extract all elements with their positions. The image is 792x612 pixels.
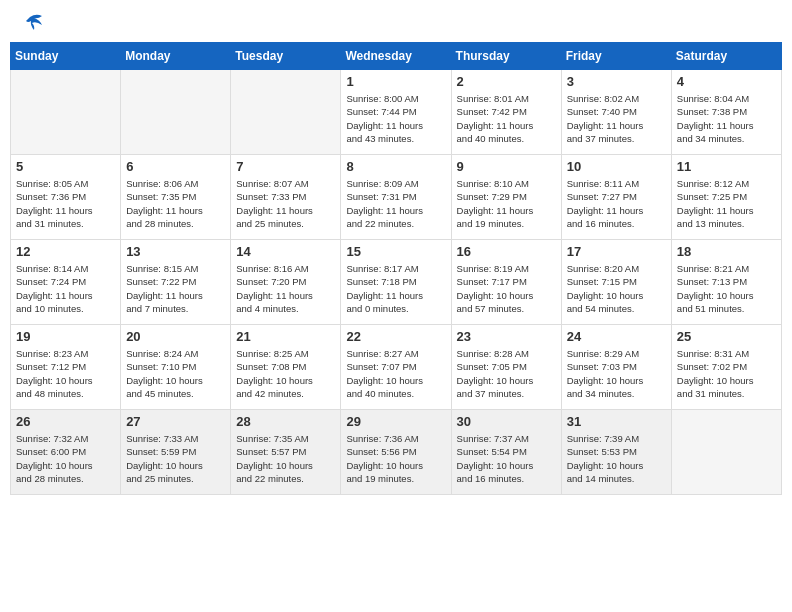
- day-number: 7: [236, 159, 335, 174]
- calendar-cell: 25Sunrise: 8:31 AMSunset: 7:02 PMDayligh…: [671, 325, 781, 410]
- logo-bird-icon: [22, 11, 44, 33]
- day-info: Sunrise: 7:35 AMSunset: 5:57 PMDaylight:…: [236, 432, 335, 485]
- day-info: Sunrise: 8:31 AMSunset: 7:02 PMDaylight:…: [677, 347, 776, 400]
- day-number: 9: [457, 159, 556, 174]
- day-info: Sunrise: 8:00 AMSunset: 7:44 PMDaylight:…: [346, 92, 445, 145]
- calendar-cell: 5Sunrise: 8:05 AMSunset: 7:36 PMDaylight…: [11, 155, 121, 240]
- day-info: Sunrise: 8:01 AMSunset: 7:42 PMDaylight:…: [457, 92, 556, 145]
- day-info: Sunrise: 7:39 AMSunset: 5:53 PMDaylight:…: [567, 432, 666, 485]
- day-number: 25: [677, 329, 776, 344]
- day-info: Sunrise: 8:17 AMSunset: 7:18 PMDaylight:…: [346, 262, 445, 315]
- calendar-cell: 26Sunrise: 7:32 AMSunset: 6:00 PMDayligh…: [11, 410, 121, 495]
- day-info: Sunrise: 8:10 AMSunset: 7:29 PMDaylight:…: [457, 177, 556, 230]
- day-info: Sunrise: 8:23 AMSunset: 7:12 PMDaylight:…: [16, 347, 115, 400]
- calendar-cell: 1Sunrise: 8:00 AMSunset: 7:44 PMDaylight…: [341, 70, 451, 155]
- weekday-header-sunday: Sunday: [11, 43, 121, 70]
- calendar-cell: [231, 70, 341, 155]
- day-info: Sunrise: 8:14 AMSunset: 7:24 PMDaylight:…: [16, 262, 115, 315]
- calendar-cell: 15Sunrise: 8:17 AMSunset: 7:18 PMDayligh…: [341, 240, 451, 325]
- calendar-cell: 31Sunrise: 7:39 AMSunset: 5:53 PMDayligh…: [561, 410, 671, 495]
- logo: [20, 15, 44, 27]
- calendar-cell: 4Sunrise: 8:04 AMSunset: 7:38 PMDaylight…: [671, 70, 781, 155]
- day-info: Sunrise: 7:32 AMSunset: 6:00 PMDaylight:…: [16, 432, 115, 485]
- calendar-cell: 30Sunrise: 7:37 AMSunset: 5:54 PMDayligh…: [451, 410, 561, 495]
- day-number: 30: [457, 414, 556, 429]
- calendar-cell: 24Sunrise: 8:29 AMSunset: 7:03 PMDayligh…: [561, 325, 671, 410]
- day-number: 24: [567, 329, 666, 344]
- day-info: Sunrise: 8:11 AMSunset: 7:27 PMDaylight:…: [567, 177, 666, 230]
- day-info: Sunrise: 8:07 AMSunset: 7:33 PMDaylight:…: [236, 177, 335, 230]
- weekday-header-saturday: Saturday: [671, 43, 781, 70]
- calendar-cell: 29Sunrise: 7:36 AMSunset: 5:56 PMDayligh…: [341, 410, 451, 495]
- calendar-cell: 14Sunrise: 8:16 AMSunset: 7:20 PMDayligh…: [231, 240, 341, 325]
- day-number: 21: [236, 329, 335, 344]
- day-info: Sunrise: 8:06 AMSunset: 7:35 PMDaylight:…: [126, 177, 225, 230]
- day-number: 12: [16, 244, 115, 259]
- day-number: 2: [457, 74, 556, 89]
- day-number: 26: [16, 414, 115, 429]
- day-info: Sunrise: 8:15 AMSunset: 7:22 PMDaylight:…: [126, 262, 225, 315]
- day-number: 11: [677, 159, 776, 174]
- calendar-cell: 20Sunrise: 8:24 AMSunset: 7:10 PMDayligh…: [121, 325, 231, 410]
- calendar-cell: 12Sunrise: 8:14 AMSunset: 7:24 PMDayligh…: [11, 240, 121, 325]
- day-number: 19: [16, 329, 115, 344]
- calendar-cell: 17Sunrise: 8:20 AMSunset: 7:15 PMDayligh…: [561, 240, 671, 325]
- week-row-4: 19Sunrise: 8:23 AMSunset: 7:12 PMDayligh…: [11, 325, 782, 410]
- day-info: Sunrise: 7:37 AMSunset: 5:54 PMDaylight:…: [457, 432, 556, 485]
- day-number: 17: [567, 244, 666, 259]
- calendar-cell: 7Sunrise: 8:07 AMSunset: 7:33 PMDaylight…: [231, 155, 341, 240]
- day-number: 28: [236, 414, 335, 429]
- day-info: Sunrise: 7:33 AMSunset: 5:59 PMDaylight:…: [126, 432, 225, 485]
- day-number: 4: [677, 74, 776, 89]
- day-info: Sunrise: 8:20 AMSunset: 7:15 PMDaylight:…: [567, 262, 666, 315]
- day-info: Sunrise: 8:25 AMSunset: 7:08 PMDaylight:…: [236, 347, 335, 400]
- weekday-header-row: SundayMondayTuesdayWednesdayThursdayFrid…: [11, 43, 782, 70]
- day-info: Sunrise: 8:05 AMSunset: 7:36 PMDaylight:…: [16, 177, 115, 230]
- calendar-cell: 19Sunrise: 8:23 AMSunset: 7:12 PMDayligh…: [11, 325, 121, 410]
- weekday-header-thursday: Thursday: [451, 43, 561, 70]
- calendar-table: SundayMondayTuesdayWednesdayThursdayFrid…: [10, 42, 782, 495]
- day-number: 14: [236, 244, 335, 259]
- calendar-cell: 2Sunrise: 8:01 AMSunset: 7:42 PMDaylight…: [451, 70, 561, 155]
- day-number: 5: [16, 159, 115, 174]
- day-info: Sunrise: 8:27 AMSunset: 7:07 PMDaylight:…: [346, 347, 445, 400]
- day-info: Sunrise: 8:21 AMSunset: 7:13 PMDaylight:…: [677, 262, 776, 315]
- day-info: Sunrise: 8:16 AMSunset: 7:20 PMDaylight:…: [236, 262, 335, 315]
- week-row-2: 5Sunrise: 8:05 AMSunset: 7:36 PMDaylight…: [11, 155, 782, 240]
- calendar-cell: [11, 70, 121, 155]
- day-info: Sunrise: 8:12 AMSunset: 7:25 PMDaylight:…: [677, 177, 776, 230]
- calendar-cell: 8Sunrise: 8:09 AMSunset: 7:31 PMDaylight…: [341, 155, 451, 240]
- calendar-cell: 6Sunrise: 8:06 AMSunset: 7:35 PMDaylight…: [121, 155, 231, 240]
- calendar-cell: 11Sunrise: 8:12 AMSunset: 7:25 PMDayligh…: [671, 155, 781, 240]
- day-number: 16: [457, 244, 556, 259]
- weekday-header-wednesday: Wednesday: [341, 43, 451, 70]
- calendar-cell: 28Sunrise: 7:35 AMSunset: 5:57 PMDayligh…: [231, 410, 341, 495]
- week-row-5: 26Sunrise: 7:32 AMSunset: 6:00 PMDayligh…: [11, 410, 782, 495]
- day-number: 18: [677, 244, 776, 259]
- day-info: Sunrise: 7:36 AMSunset: 5:56 PMDaylight:…: [346, 432, 445, 485]
- day-number: 15: [346, 244, 445, 259]
- day-number: 31: [567, 414, 666, 429]
- calendar-cell: 21Sunrise: 8:25 AMSunset: 7:08 PMDayligh…: [231, 325, 341, 410]
- calendar-cell: 18Sunrise: 8:21 AMSunset: 7:13 PMDayligh…: [671, 240, 781, 325]
- day-info: Sunrise: 8:24 AMSunset: 7:10 PMDaylight:…: [126, 347, 225, 400]
- calendar-cell: 10Sunrise: 8:11 AMSunset: 7:27 PMDayligh…: [561, 155, 671, 240]
- calendar-cell: 3Sunrise: 8:02 AMSunset: 7:40 PMDaylight…: [561, 70, 671, 155]
- day-number: 8: [346, 159, 445, 174]
- day-number: 22: [346, 329, 445, 344]
- calendar-cell: 9Sunrise: 8:10 AMSunset: 7:29 PMDaylight…: [451, 155, 561, 240]
- calendar-cell: 16Sunrise: 8:19 AMSunset: 7:17 PMDayligh…: [451, 240, 561, 325]
- week-row-1: 1Sunrise: 8:00 AMSunset: 7:44 PMDaylight…: [11, 70, 782, 155]
- calendar-cell: 27Sunrise: 7:33 AMSunset: 5:59 PMDayligh…: [121, 410, 231, 495]
- day-number: 3: [567, 74, 666, 89]
- day-info: Sunrise: 8:09 AMSunset: 7:31 PMDaylight:…: [346, 177, 445, 230]
- calendar-cell: 22Sunrise: 8:27 AMSunset: 7:07 PMDayligh…: [341, 325, 451, 410]
- day-info: Sunrise: 8:04 AMSunset: 7:38 PMDaylight:…: [677, 92, 776, 145]
- day-info: Sunrise: 8:28 AMSunset: 7:05 PMDaylight:…: [457, 347, 556, 400]
- day-number: 20: [126, 329, 225, 344]
- weekday-header-tuesday: Tuesday: [231, 43, 341, 70]
- calendar-cell: 23Sunrise: 8:28 AMSunset: 7:05 PMDayligh…: [451, 325, 561, 410]
- day-number: 1: [346, 74, 445, 89]
- weekday-header-monday: Monday: [121, 43, 231, 70]
- day-number: 27: [126, 414, 225, 429]
